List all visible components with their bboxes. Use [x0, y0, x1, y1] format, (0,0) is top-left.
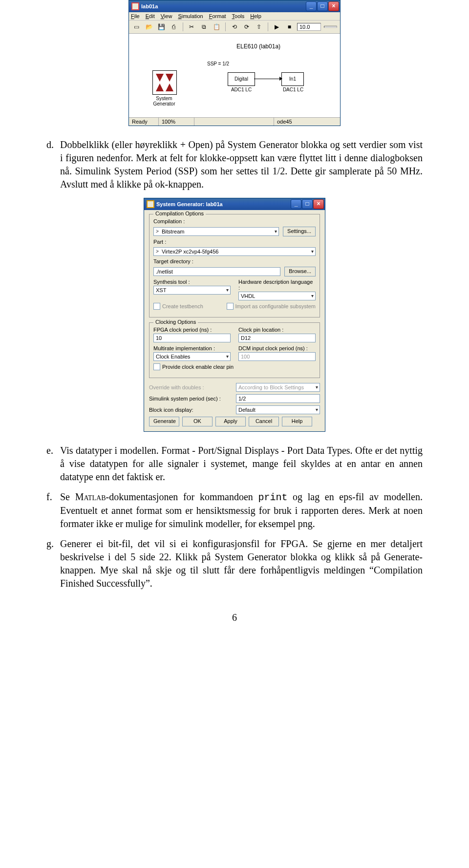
provide-ce-checkbox[interactable]: Provide clock enable clear pin	[153, 363, 234, 370]
list-item-f: f. Se Matlab-dokumentasjonen for kommand…	[46, 490, 423, 530]
model-title: ELE610 (lab01a)	[236, 43, 280, 50]
ssp-field[interactable]: 1/2	[236, 394, 320, 403]
dcm-label: DCM input clock period (ns) :	[238, 345, 316, 351]
marker-e: e.	[46, 444, 60, 484]
stop-icon[interactable]: ■	[285, 22, 294, 32]
synth-combo[interactable]: XST	[153, 286, 231, 295]
system-generator-block[interactable]	[152, 70, 177, 95]
menu-file[interactable]: File	[131, 13, 140, 19]
list-item-d: d. Dobbelklikk (eller høyreklikk + Open)…	[46, 138, 423, 191]
compilation-combo[interactable]: Bitstream	[153, 227, 279, 236]
maximize-button[interactable]: □	[317, 1, 328, 11]
open-icon[interactable]: 📂	[144, 22, 153, 32]
window-title: lab01a	[141, 3, 158, 9]
cut-icon[interactable]: ✂	[187, 22, 196, 32]
save-icon[interactable]: 💾	[157, 22, 166, 32]
dlg-close-button[interactable]: ×	[313, 199, 324, 209]
print-icon[interactable]: ⎙	[169, 22, 178, 32]
hdl-label: Hardware description language :	[238, 279, 316, 291]
menu-view[interactable]: View	[161, 13, 172, 19]
undo-icon[interactable]: ⟲	[230, 22, 239, 32]
arrow-icon	[279, 77, 282, 81]
adc-block[interactable]: Digital	[228, 72, 255, 86]
status-bar: Ready 100% ode45	[129, 117, 340, 126]
compilation-label: Compilation :	[153, 218, 316, 224]
dlg-maximize-button[interactable]: □	[302, 199, 313, 209]
svg-marker-0	[156, 74, 164, 82]
marker-d: d.	[46, 138, 60, 191]
icon-display-label: Block icon display:	[149, 407, 232, 413]
marker-g: g.	[46, 537, 60, 590]
cancel-button[interactable]: Cancel	[249, 417, 279, 426]
paragraph-f: Se Matlab-dokumentasjonen for kommandoen…	[60, 490, 423, 530]
fpga-clk-field[interactable]: 10	[153, 334, 231, 342]
print-command: print	[258, 492, 287, 503]
minimize-button[interactable]: _	[306, 1, 317, 11]
paragraph-e: Vis datatyper i modellen. Format - Port/…	[60, 444, 423, 484]
close-button[interactable]: ×	[328, 1, 339, 11]
up-icon[interactable]: ⇧	[255, 22, 264, 32]
app-icon	[131, 2, 139, 10]
new-icon[interactable]: ▭	[132, 22, 141, 32]
model-canvas[interactable]: ELE610 (lab01a) SSP = 1/2 SystemGenerato…	[129, 34, 340, 117]
import-config-checkbox[interactable]: Import as configurable subsystem	[227, 303, 316, 310]
dlg-minimize-button[interactable]: _	[291, 199, 301, 209]
hdl-combo[interactable]: VHDL	[238, 292, 316, 300]
icon-display-combo[interactable]: Default	[236, 405, 320, 414]
menu-tools[interactable]: Tools	[232, 13, 245, 19]
target-dir-field[interactable]: ./netlist	[153, 267, 280, 276]
redo-icon[interactable]: ⟳	[242, 22, 251, 32]
status-solver: ode45	[274, 118, 340, 126]
svg-marker-2	[156, 84, 164, 91]
generate-button[interactable]: Generate	[149, 417, 179, 426]
apply-button[interactable]: Apply	[215, 417, 246, 426]
ssp-label: Simulink system period (sec) :	[149, 396, 232, 402]
paste-icon[interactable]: 📋	[212, 22, 221, 32]
dialog-icon	[147, 200, 154, 208]
list-item-e: e. Vis datatyper i modellen. Format - Po…	[46, 444, 423, 484]
browse-button[interactable]: Browse...	[284, 267, 316, 276]
clocking-options-group: Clocking Options FPGA clock period (ns) …	[149, 322, 320, 378]
menu-simulation[interactable]: Simulation	[178, 13, 203, 19]
create-testbench-checkbox[interactable]: Create testbench	[153, 303, 203, 310]
menu-edit[interactable]: Edit	[146, 13, 155, 19]
page-number: 6	[46, 612, 423, 623]
override-combo: According to Block Settings	[236, 383, 320, 392]
ok-button[interactable]: OK	[182, 417, 213, 426]
status-ready: Ready	[129, 118, 159, 126]
multirate-label: Multirate implementation :	[153, 345, 231, 351]
help-button[interactable]: Help	[282, 417, 312, 426]
compilation-options-group: Compilation Options Compilation : Bitstr…	[149, 214, 320, 318]
part-combo[interactable]: Virtex2P xc2vp4-5fg456	[153, 247, 316, 256]
target-dir-label: Target directory :	[153, 258, 316, 264]
dialog-button-row: Generate OK Apply Cancel Help	[149, 417, 320, 426]
part-label: Part :	[153, 239, 316, 245]
simulink-window: lab01a _ □ × File Edit View Simulation F…	[128, 0, 341, 126]
compilation-options-title: Compilation Options	[153, 211, 206, 216]
toolbar: ▭ 📂 💾 ⎙ ✂ ⧉ 📋 ⟲ ⟳ ⇧ ▶ ■ 10.0	[129, 21, 340, 34]
multirate-combo[interactable]: Clock Enables	[153, 352, 231, 361]
fpga-clk-label: FPGA clock period (ns) :	[153, 327, 231, 333]
menu-format[interactable]: Format	[209, 13, 226, 19]
svg-marker-1	[166, 74, 173, 82]
settings-button[interactable]: Settings...	[283, 227, 316, 236]
marker-f: f.	[46, 490, 60, 530]
clk-pin-field[interactable]: D12	[238, 334, 316, 342]
paragraph-g: Generer ei bit-fil, det vil si ei konfig…	[60, 537, 423, 590]
titlebar: lab01a _ □ ×	[129, 0, 340, 12]
adc-label: ADC1 LC	[222, 87, 261, 92]
dac-block[interactable]: In1	[281, 72, 304, 86]
clk-pin-label: Clock pin location :	[238, 327, 316, 333]
status-zoom: 100%	[159, 118, 194, 126]
extra-field[interactable]	[324, 26, 337, 28]
sim-time-field[interactable]: 10.0	[297, 23, 321, 31]
clocking-options-title: Clocking Options	[153, 319, 198, 325]
sysgen-label: SystemGenerator	[145, 96, 184, 106]
menu-help[interactable]: Help	[250, 13, 261, 19]
dcm-field: 100	[238, 352, 316, 361]
copy-icon[interactable]: ⧉	[199, 22, 209, 32]
ssp-annotation: SSP = 1/2	[207, 61, 229, 66]
play-icon[interactable]: ▶	[272, 22, 281, 32]
dac-label: DAC1 LC	[274, 87, 313, 92]
dialog-title: System Generator: lab01a	[156, 201, 223, 207]
